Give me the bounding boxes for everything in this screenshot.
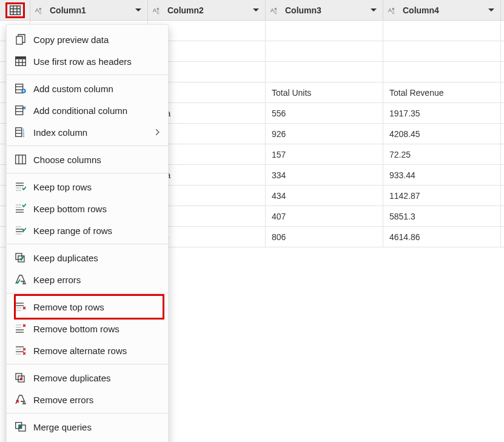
text-type-icon: ABC <box>153 6 164 15</box>
menu-index-column[interactable]: 123 Index column <box>7 121 168 143</box>
svg-rect-30 <box>16 128 22 137</box>
cell <box>383 21 501 41</box>
column-header-3[interactable]: ABC Column3 <box>266 0 383 20</box>
cell: 933.44 <box>383 165 501 185</box>
cell: 556 <box>266 103 383 123</box>
menu-label: Remove errors <box>33 395 160 405</box>
menu-keep-duplicates[interactable]: Keep duplicates <box>7 247 168 269</box>
svg-rect-51 <box>16 253 22 260</box>
merge-icon <box>14 422 27 432</box>
table-corner-button[interactable] <box>0 0 30 21</box>
chevron-down-icon <box>488 8 494 12</box>
cell: 5851.3 <box>383 206 501 226</box>
menu-label: Remove top rows <box>33 302 160 312</box>
svg-text:A: A <box>270 7 274 13</box>
column-label: Column4 <box>403 5 486 15</box>
custom-column-icon <box>14 84 27 93</box>
remove-top-icon <box>14 302 27 312</box>
index-column-icon: 123 <box>14 127 27 137</box>
menu-remove-top-rows[interactable]: Remove top rows <box>7 296 168 318</box>
menu-keep-bottom-rows[interactable]: Keep bottom rows <box>7 198 168 219</box>
keep-range-icon <box>14 226 27 235</box>
remove-duplicates-icon <box>14 373 27 383</box>
menu-add-conditional-column[interactable]: Add conditional column <box>7 99 168 121</box>
menu-separator <box>7 75 168 75</box>
chevron-down-icon <box>371 8 377 12</box>
remove-alternate-icon <box>14 346 27 355</box>
menu-label: Remove duplicates <box>33 373 160 383</box>
svg-text:C: C <box>275 10 277 14</box>
svg-rect-17 <box>16 36 22 44</box>
menu-add-custom-column[interactable]: Add custom column <box>7 78 168 99</box>
menu-separator <box>7 244 168 244</box>
cell <box>266 41 383 61</box>
cell: Total Units <box>266 82 383 102</box>
column-header-2[interactable]: ABC Column2 <box>148 0 266 20</box>
copy-icon <box>14 34 27 45</box>
svg-text:3: 3 <box>22 134 25 137</box>
cell: 334 <box>266 165 383 185</box>
menu-merge-queries[interactable]: Merge queries <box>7 416 168 438</box>
svg-rect-27 <box>16 106 23 115</box>
svg-rect-19 <box>16 57 26 59</box>
menu-append-queries[interactable]: Append queries <box>7 438 168 442</box>
menu-label: Keep duplicates <box>33 253 160 263</box>
column-label: Column1 <box>50 5 133 15</box>
svg-rect-69 <box>19 425 22 429</box>
svg-text:C: C <box>392 10 395 14</box>
column-header-4[interactable]: ABC Column4 <box>383 0 501 20</box>
menu-separator <box>7 173 168 173</box>
menu-keep-range-rows[interactable]: Keep range of rows <box>7 219 168 241</box>
cell: 1142.87 <box>383 186 501 206</box>
menu-separator <box>7 364 168 364</box>
column-label: Column2 <box>167 5 250 15</box>
menu-first-row-headers[interactable]: Use first row as headers <box>7 50 168 72</box>
svg-text:A: A <box>35 7 39 13</box>
menu-keep-errors[interactable]: Keep errors <box>7 269 168 290</box>
cell: 1917.35 <box>383 103 501 123</box>
menu-remove-duplicates[interactable]: Remove duplicates <box>7 367 168 389</box>
cell: 72.25 <box>383 144 501 164</box>
cell <box>266 21 383 41</box>
menu-copy-preview[interactable]: Copy preview data <box>7 28 168 50</box>
menu-remove-errors[interactable]: Remove errors <box>7 389 168 410</box>
conditional-column-icon <box>14 105 27 115</box>
menu-separator <box>7 413 168 414</box>
column-filter-dropdown[interactable] <box>133 5 144 16</box>
keep-bottom-icon <box>14 204 27 213</box>
menu-label: Use first row as headers <box>33 56 160 67</box>
remove-bottom-icon <box>14 324 27 333</box>
column-filter-dropdown[interactable] <box>250 5 261 16</box>
cell: 4208.45 <box>383 124 501 144</box>
cell: 926 <box>266 124 383 144</box>
svg-text:A: A <box>153 7 156 13</box>
menu-label: Add custom column <box>33 84 160 94</box>
svg-rect-0 <box>10 6 20 15</box>
menu-label: Copy preview data <box>33 35 160 45</box>
chevron-right-icon <box>156 129 160 135</box>
table-context-menu: Copy preview data Use first row as heade… <box>6 24 169 442</box>
menu-label: Choose columns <box>33 155 160 165</box>
cell: 407 <box>266 206 383 226</box>
cell <box>266 62 383 82</box>
grid-header: ABC Column1 ABC Column2 ABC Column3 <box>0 0 504 21</box>
menu-label: Remove bottom rows <box>33 324 160 334</box>
column-filter-dropdown[interactable] <box>368 5 379 16</box>
menu-remove-alternate-rows[interactable]: Remove alternate rows <box>7 340 168 361</box>
menu-separator <box>7 146 168 146</box>
menu-remove-bottom-rows[interactable]: Remove bottom rows <box>7 318 168 340</box>
column-label: Column3 <box>285 5 368 15</box>
choose-columns-icon <box>14 155 27 164</box>
keep-duplicates-icon <box>14 253 27 263</box>
table-icon <box>10 5 21 15</box>
menu-separator <box>7 293 168 293</box>
menu-keep-top-rows[interactable]: Keep top rows <box>7 176 168 198</box>
menu-choose-columns[interactable]: Choose columns <box>7 149 168 170</box>
column-header-1[interactable]: ABC Column1 <box>30 0 148 20</box>
menu-label: Index column <box>33 127 156 138</box>
menu-label: Keep errors <box>33 275 160 285</box>
text-type-icon: ABC <box>388 6 399 15</box>
cell <box>383 41 501 61</box>
chevron-down-icon <box>135 8 141 12</box>
column-filter-dropdown[interactable] <box>486 5 497 16</box>
